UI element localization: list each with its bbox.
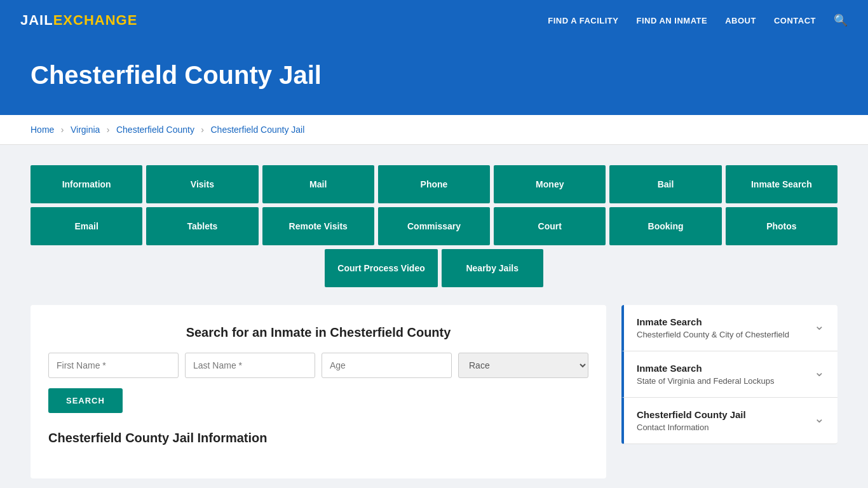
bottom-area: Search for an Inmate in Chesterfield Cou… xyxy=(31,305,837,478)
btn-commissary[interactable]: Commissary xyxy=(378,207,490,245)
search-button[interactable]: SEARCH xyxy=(48,388,123,413)
sidebar-item-0-subtitle: Chesterfield County & City of Chesterfie… xyxy=(637,330,789,339)
nav-find-facility[interactable]: FIND A FACILITY xyxy=(548,16,618,25)
chevron-down-icon: ⌄ xyxy=(814,318,825,333)
sidebar-item-1[interactable]: Inmate Search State of Virginia and Fede… xyxy=(621,351,837,398)
chevron-down-icon: ⌄ xyxy=(814,410,825,426)
nav-links: FIND A FACILITY FIND AN INMATE ABOUT CON… xyxy=(548,13,848,27)
race-select[interactable]: Race xyxy=(458,353,588,378)
sidebar-item-2-subtitle: Contact Information xyxy=(637,423,746,432)
content-area: Information Visits Mail Phone Money Bail… xyxy=(0,145,868,488)
btn-information[interactable]: Information xyxy=(31,165,142,203)
breadcrumb-sep2: › xyxy=(107,125,110,135)
breadcrumb-sep3: › xyxy=(201,125,204,135)
page-title: Chesterfield County Jail xyxy=(31,61,837,90)
nav-about[interactable]: ABOUT xyxy=(725,16,756,25)
brand-part2: EXCHANGE xyxy=(53,12,138,29)
btn-court[interactable]: Court xyxy=(494,207,606,245)
last-name-input[interactable] xyxy=(185,353,315,378)
nav-find-inmate[interactable]: FIND AN INMATE xyxy=(636,16,707,25)
btn-nearby-jails[interactable]: Nearby Jails xyxy=(442,249,543,287)
sidebar-item-2[interactable]: Chesterfield County Jail Contact Informa… xyxy=(621,398,837,444)
sidebar-item-0-title: Inmate Search xyxy=(637,316,789,327)
button-grid-row2: Email Tablets Remote Visits Commissary C… xyxy=(31,207,837,245)
sidebar-item-0[interactable]: Inmate Search Chesterfield County & City… xyxy=(621,305,837,351)
btn-remote-visits[interactable]: Remote Visits xyxy=(262,207,374,245)
button-grid-row1: Information Visits Mail Phone Money Bail… xyxy=(31,165,837,203)
btn-inmate-search[interactable]: Inmate Search xyxy=(726,165,837,203)
breadcrumb-jail[interactable]: Chesterfield County Jail xyxy=(210,125,304,135)
btn-tablets[interactable]: Tablets xyxy=(146,207,258,245)
breadcrumb-sep1: › xyxy=(61,125,64,135)
sidebar: Inmate Search Chesterfield County & City… xyxy=(621,305,837,478)
button-grid-row3: Court Process Video Nearby Jails xyxy=(31,249,837,287)
btn-email[interactable]: Email xyxy=(31,207,142,245)
chevron-down-icon: ⌄ xyxy=(814,364,825,379)
btn-booking[interactable]: Booking xyxy=(609,207,721,245)
nav-contact[interactable]: CONTACT xyxy=(774,16,816,25)
jail-info-heading: Chesterfield County Jail Information xyxy=(48,431,588,445)
search-fields: Race xyxy=(48,353,588,378)
breadcrumb-virginia[interactable]: Virginia xyxy=(71,125,100,135)
navbar: JAILEXCHANGE FIND A FACILITY FIND AN INM… xyxy=(0,0,868,41)
breadcrumb: Home › Virginia › Chesterfield County › … xyxy=(0,115,868,145)
btn-mail[interactable]: Mail xyxy=(262,165,374,203)
hero-section: Chesterfield County Jail xyxy=(0,41,868,115)
age-input[interactable] xyxy=(322,353,452,378)
btn-phone[interactable]: Phone xyxy=(378,165,490,203)
btn-visits[interactable]: Visits xyxy=(146,165,258,203)
btn-photos[interactable]: Photos xyxy=(726,207,837,245)
brand-logo[interactable]: JAILEXCHANGE xyxy=(20,12,137,29)
brand-part1: JAIL xyxy=(20,12,53,29)
btn-bail[interactable]: Bail xyxy=(609,165,721,203)
sidebar-item-1-title: Inmate Search xyxy=(637,363,775,374)
search-title: Search for an Inmate in Chesterfield Cou… xyxy=(48,325,588,340)
sidebar-item-1-subtitle: State of Virginia and Federal Lockups xyxy=(637,376,775,386)
btn-court-process-video[interactable]: Court Process Video xyxy=(325,249,437,287)
breadcrumb-home[interactable]: Home xyxy=(31,125,54,135)
first-name-input[interactable] xyxy=(48,353,179,378)
btn-money[interactable]: Money xyxy=(494,165,606,203)
sidebar-item-2-title: Chesterfield County Jail xyxy=(637,409,746,420)
search-panel: Search for an Inmate in Chesterfield Cou… xyxy=(31,305,606,478)
breadcrumb-county[interactable]: Chesterfield County xyxy=(116,125,194,135)
search-icon[interactable]: 🔍 xyxy=(834,13,848,27)
